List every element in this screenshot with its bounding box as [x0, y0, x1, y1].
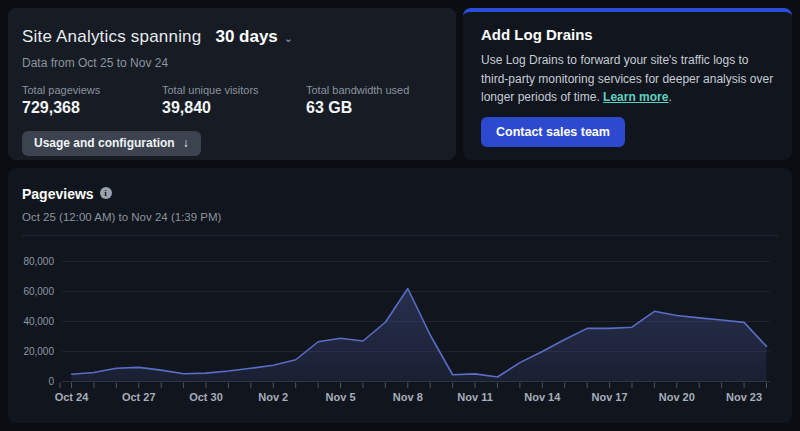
pageviews-date-range: Oct 25 (12:00 AM) to Nov 24 (1:39 PM) [22, 211, 778, 223]
divider [22, 235, 778, 236]
svg-text:Nov 11: Nov 11 [457, 391, 492, 403]
top-row: Site Analytics spanning 30 days ⌄ Data f… [8, 8, 792, 160]
site-analytics-card: Site Analytics spanning 30 days ⌄ Data f… [8, 8, 456, 160]
pageviews-card: Pageviews i Oct 25 (12:00 AM) to Nov 24 … [8, 168, 792, 423]
svg-text:0: 0 [48, 376, 54, 387]
pageviews-chart[interactable]: 020,00040,00060,00080,000Oct 24Oct 27Oct… [8, 240, 792, 420]
svg-text:60,000: 60,000 [23, 286, 54, 297]
svg-text:Nov 14: Nov 14 [524, 391, 561, 403]
stat-label: Total unique visitors [162, 84, 306, 96]
stat-value: 39,840 [162, 99, 306, 117]
info-icon[interactable]: i [100, 187, 112, 199]
svg-text:Nov 20: Nov 20 [659, 391, 695, 403]
stats-row: Total pageviews 729,368 Total unique vis… [22, 84, 442, 117]
svg-text:Nov 2: Nov 2 [258, 391, 288, 403]
svg-text:Oct 27: Oct 27 [122, 391, 156, 403]
svg-text:Nov 8: Nov 8 [393, 391, 423, 403]
link-suffix: . [668, 90, 671, 104]
svg-text:Oct 30: Oct 30 [189, 391, 223, 403]
contact-sales-button[interactable]: Contact sales team [481, 117, 625, 147]
svg-text:20,000: 20,000 [23, 346, 54, 357]
stat-value: 63 GB [306, 99, 409, 117]
learn-more-link[interactable]: Learn more [603, 90, 668, 104]
svg-text:Nov 23: Nov 23 [726, 391, 762, 403]
arrow-down-icon: ↓ [183, 136, 189, 150]
log-drains-title: Add Log Drains [481, 26, 774, 43]
svg-text:Nov 17: Nov 17 [592, 391, 628, 403]
stat-unique-visitors: Total unique visitors 39,840 [162, 84, 306, 117]
stat-total-pageviews: Total pageviews 729,368 [22, 84, 162, 117]
svg-text:Nov 5: Nov 5 [326, 391, 356, 403]
add-log-drains-card: Add Log Drains Use Log Drains to forward… [463, 8, 792, 160]
stat-bandwidth-used: Total bandwidth used 63 GB [306, 84, 409, 117]
site-analytics-title: Site Analytics spanning [22, 27, 201, 47]
date-range-value: 30 days [215, 27, 277, 47]
chevron-down-icon: ⌄ [284, 32, 293, 45]
date-range-dropdown[interactable]: 30 days ⌄ [215, 27, 293, 47]
svg-text:80,000: 80,000 [23, 256, 54, 267]
log-drains-description: Use Log Drains to forward your site's tr… [481, 51, 774, 107]
stat-value: 729,368 [22, 99, 162, 117]
svg-text:40,000: 40,000 [23, 316, 54, 327]
usage-configuration-label: Usage and configuration [34, 136, 175, 150]
pageviews-title: Pageviews [22, 186, 94, 202]
svg-text:Oct 24: Oct 24 [55, 391, 90, 403]
data-range-subtitle: Data from Oct 25 to Nov 24 [22, 56, 442, 70]
usage-configuration-button[interactable]: Usage and configuration ↓ [22, 131, 201, 156]
stat-label: Total pageviews [22, 84, 162, 96]
stat-label: Total bandwidth used [306, 84, 409, 96]
pageviews-area-chart[interactable]: 020,00040,00060,00080,000Oct 24Oct 27Oct… [8, 240, 792, 420]
